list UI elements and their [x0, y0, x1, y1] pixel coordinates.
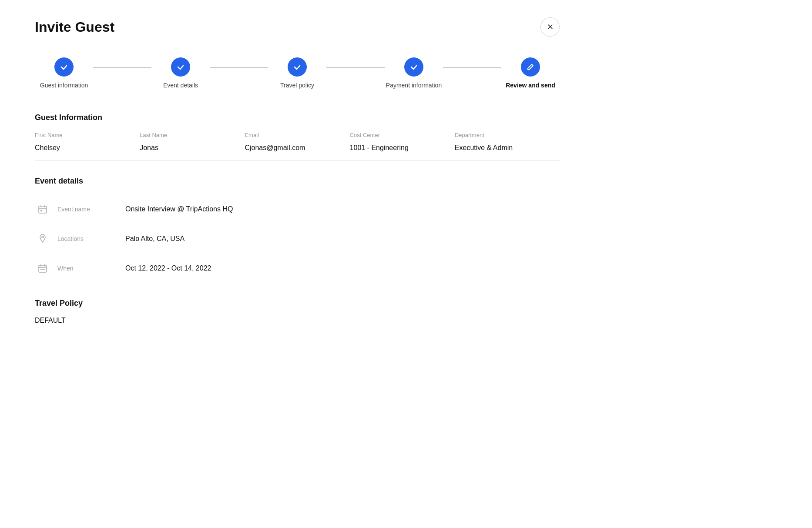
- col-value-2: Jonas: [140, 144, 245, 152]
- svg-point-2: [42, 236, 44, 238]
- event-field-label-1: Event name: [57, 206, 118, 213]
- table-data-row: ChelseyJonasCjonas@gmail.com1001 - Engin…: [35, 144, 560, 161]
- step-connector-1: [93, 67, 151, 68]
- step-connector-4: [443, 67, 501, 68]
- event-field-label-3: When: [57, 265, 118, 272]
- step-1: Guest information: [35, 57, 93, 89]
- col-value-1: Chelsey: [35, 144, 140, 152]
- event-details-section: Event details Event nameOnsite Interview…: [35, 177, 560, 283]
- location-pin-icon: [35, 231, 50, 247]
- step-circle-5: [521, 57, 540, 77]
- close-icon: ✕: [547, 22, 554, 32]
- step-3: Travel policy: [268, 57, 326, 89]
- travel-policy-value: DEFAULT: [35, 317, 560, 324]
- step-label-1: Guest information: [40, 82, 88, 89]
- step-2: Event details: [151, 57, 210, 89]
- event-field-value-1: Onsite Interview @ TripActions HQ: [125, 205, 233, 213]
- col-header-5: Department: [455, 131, 560, 139]
- table-header-row: First NameLast NameEmailCost CenterDepar…: [35, 131, 560, 139]
- guest-information-section: Guest Information First NameLast NameEma…: [35, 113, 560, 161]
- step-circle-4: [404, 57, 423, 77]
- col-value-3: Cjonas@gmail.com: [245, 144, 349, 152]
- step-label-5: Review and send: [506, 82, 555, 89]
- step-5: Review and send: [501, 57, 560, 89]
- col-header-1: First Name: [35, 131, 140, 139]
- step-label-2: Event details: [163, 82, 198, 89]
- svg-rect-0: [39, 206, 47, 213]
- calendar-event-icon: [35, 201, 50, 217]
- col-header-2: Last Name: [140, 131, 245, 139]
- step-label-3: Travel policy: [280, 82, 314, 89]
- step-label-4: Payment information: [386, 82, 442, 89]
- event-row-2: LocationsPalo Alto, CA, USA: [35, 224, 560, 254]
- travel-policy-section: Travel Policy DEFAULT: [35, 299, 560, 324]
- col-header-4: Cost Center: [350, 131, 455, 139]
- svg-rect-3: [39, 265, 47, 272]
- event-row-1: Event nameOnsite Interview @ TripActions…: [35, 194, 560, 224]
- step-circle-1: [54, 57, 74, 77]
- guest-info-table: First NameLast NameEmailCost CenterDepar…: [35, 131, 560, 161]
- event-row-3: WhenOct 12, 2022 - Oct 14, 2022: [35, 254, 560, 283]
- travel-policy-title: Travel Policy: [35, 299, 560, 308]
- calendar-range-icon: [35, 261, 50, 276]
- stepper: Guest information Event details Travel p…: [35, 57, 560, 89]
- svg-rect-1: [40, 210, 42, 211]
- event-rows: Event nameOnsite Interview @ TripActions…: [35, 194, 560, 283]
- event-field-value-3: Oct 12, 2022 - Oct 14, 2022: [125, 264, 211, 272]
- step-connector-2: [210, 67, 268, 68]
- col-value-4: 1001 - Engineering: [350, 144, 455, 152]
- col-header-3: Email: [245, 131, 349, 139]
- page-title: Invite Guest: [35, 19, 114, 35]
- event-details-title: Event details: [35, 177, 560, 186]
- step-connector-3: [326, 67, 385, 68]
- page-header: Invite Guest ✕: [35, 17, 560, 37]
- event-field-value-2: Palo Alto, CA, USA: [125, 235, 185, 243]
- event-field-label-2: Locations: [57, 235, 118, 242]
- col-value-5: Executive & Admin: [455, 144, 560, 152]
- step-circle-3: [288, 57, 307, 77]
- step-4: Payment information: [385, 57, 443, 89]
- guest-info-title: Guest Information: [35, 113, 560, 122]
- step-circle-2: [171, 57, 190, 77]
- close-button[interactable]: ✕: [540, 17, 560, 37]
